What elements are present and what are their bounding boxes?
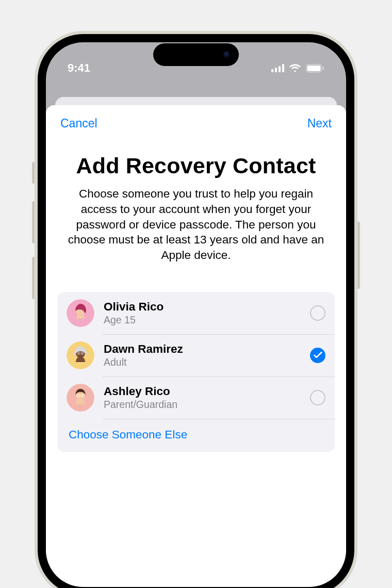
volume-up-button [32,201,35,243]
contact-name: Dawn Ramirez [104,342,310,356]
avatar [67,299,94,327]
radio-unselected-icon[interactable] [310,305,325,321]
contact-name: Ashley Rico [104,385,310,398]
page-title: Add Recovery Contact [57,153,335,178]
contact-row[interactable]: Olivia Rico Age 15 [57,292,335,334]
svg-point-8 [80,351,84,354]
cellular-icon [271,64,285,72]
contact-name: Olivia Rico [104,300,310,314]
svg-rect-2 [323,67,324,70]
status-time: 9:41 [68,61,90,75]
phone-bezel: 9:41 Cancel Next Add Recovery C [38,34,354,588]
contact-row[interactable]: Ashley Rico Parent/Guardian [57,377,335,419]
nav-bar: Cancel Next [57,116,335,130]
contact-row[interactable]: Dawn Ramirez Adult [57,334,335,377]
svg-point-11 [77,394,80,397]
mute-switch [32,162,35,184]
modal-sheet: Cancel Next Add Recovery Contact Choose … [46,105,346,587]
svg-rect-1 [307,66,321,71]
svg-point-7 [77,351,80,354]
camera-icon [223,51,231,58]
radio-unselected-icon[interactable] [310,390,325,405]
svg-point-12 [80,394,84,397]
choose-someone-else-button[interactable]: Choose Someone Else [57,419,335,452]
battery-icon [306,64,324,73]
contact-list: Olivia Rico Age 15 [57,292,335,452]
avatar [67,341,94,369]
screen: 9:41 Cancel Next Add Recovery C [46,42,346,587]
side-button [357,222,360,289]
cancel-button[interactable]: Cancel [60,117,97,130]
volume-down-button [32,257,35,299]
dynamic-island [153,43,239,66]
contact-subtitle: Parent/Guardian [104,399,310,411]
page-description: Choose someone you trust to help you reg… [59,186,333,263]
phone-frame: 9:41 Cancel Next Add Recovery C [35,31,357,588]
next-button[interactable]: Next [307,117,332,130]
contact-subtitle: Age 15 [104,314,310,326]
avatar [67,384,94,412]
wifi-icon [289,64,301,73]
contact-subtitle: Adult [104,356,310,368]
radio-selected-icon[interactable] [310,348,325,363]
